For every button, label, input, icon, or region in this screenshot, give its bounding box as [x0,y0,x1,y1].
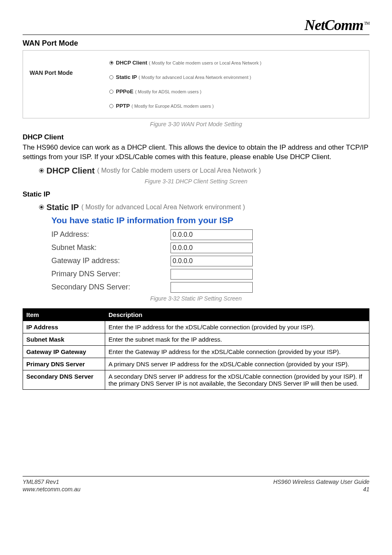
gateway-value: 0.0.0.0 [173,257,193,265]
footer-page-number: 41 [273,486,369,493]
gateway-row: Gateway IP address: 0.0.0.0 [51,256,369,266]
cell-desc: A secondary DNS server IP address for th… [105,370,369,389]
header-divider [23,35,369,35]
static-ip-heading: Static IP [23,190,369,199]
static-ip-form: You have static IP information from your… [51,215,369,293]
wan-option-label: DHCP Client [116,60,147,66]
table-row: Primary DNS Server A primary DNS server … [23,358,369,370]
ip-address-row: IP Address: 0.0.0.0 [51,229,369,240]
dhcp-client-radio-line[interactable]: DHCP Client ( Mostly for Cable modem use… [39,166,369,176]
cell-item: IP Address [23,321,105,333]
wan-option-hint: ( Mostly for ADSL modem users ) [135,89,202,94]
radio-icon [109,90,113,94]
radio-icon [109,104,113,108]
wan-port-mode-box: WAN Port Mode DHCP Client ( Mostly for C… [23,50,369,118]
wan-port-mode-heading: WAN Port Mode [23,39,369,48]
table-row: IP Address Enter the IP address for the … [23,321,369,333]
gateway-input[interactable]: 0.0.0.0 [171,256,253,266]
figure-3-30-caption: Figure 3-30 WAN Port Mode Setting [23,121,369,127]
dhcp-client-heading: DHCP Client [23,133,369,141]
ip-address-label: IP Address: [51,230,171,239]
static-line-hint: ( Mostly for advanced Local Area Network… [81,204,245,211]
primary-dns-label: Primary DNS Server: [51,270,171,278]
secondary-dns-label: Secondary DNS Server: [51,283,171,291]
ip-address-input[interactable]: 0.0.0.0 [171,229,253,240]
radio-icon [109,61,113,65]
table-header-description: Description [105,308,369,321]
footer-url: www.netcomm.com.au [23,486,81,493]
radio-icon [109,75,113,79]
subnet-mask-row: Subnet Mask: 0.0.0.0 [51,243,369,253]
primary-dns-row: Primary DNS Server: [51,269,369,280]
wan-option-label: Static IP [116,74,137,80]
cell-desc: Enter the subnet mask for the IP address… [105,333,369,345]
logo-tm: TM [364,21,369,25]
wan-option-static[interactable]: Static IP ( Mostly for advanced Local Ar… [109,70,365,84]
wan-option-hint: ( Mostly for advanced Local Area Network… [138,75,251,80]
figure-3-32-caption: Figure 3-32 Static IP Setting Screen [23,295,369,302]
table-row: Gateway IP Gateway Enter the Gateway IP … [23,345,369,358]
wan-option-pppoe[interactable]: PPPoE ( Mostly for ADSL modem users ) [109,84,365,99]
dhcp-client-body: The HS960 device can work as a DHCP clie… [23,143,369,162]
ip-address-value: 0.0.0.0 [173,231,193,238]
wan-option-label: PPTP [116,103,130,109]
wan-option-hint: ( Mostly for Europe ADSL modem users ) [131,104,214,109]
wan-option-pptp[interactable]: PPTP ( Mostly for Europe ADSL modem user… [109,99,365,113]
subnet-mask-input[interactable]: 0.0.0.0 [171,243,253,253]
table-header-item: Item [23,308,105,321]
subnet-mask-value: 0.0.0.0 [173,244,193,252]
table-row: Secondary DNS Server A secondary DNS ser… [23,370,369,389]
wan-option-hint: ( Mostly for Cable modem users or Local … [149,60,261,65]
static-ip-description-table: Item Description IP Address Enter the IP… [23,308,369,390]
wan-options: DHCP Client ( Mostly for Cable modem use… [105,51,369,118]
footer-rev: YML857 Rev1 [23,478,81,486]
cell-item: Primary DNS Server [23,358,105,370]
wan-left-label: WAN Port Mode [23,51,105,118]
page-footer: YML857 Rev1 www.netcomm.com.au HS960 Wir… [23,476,369,493]
figure-3-31-caption: Figure 3-31 DHCP Client Setting Screen [23,178,369,185]
radio-icon [39,168,44,173]
dhcp-line-hint: ( Mostly for Cable modem users or Local … [97,167,261,174]
cell-desc: A primary DNS server IP address for the … [105,358,369,370]
static-line-label: Static IP [46,203,79,212]
dhcp-line-label: DHCP Client [46,166,95,176]
cell-item: Subnet Mask [23,333,105,345]
static-ip-radio-line[interactable]: Static IP ( Mostly for advanced Local Ar… [39,203,369,212]
primary-dns-input[interactable] [171,269,253,280]
logo: NetCommTM [304,16,369,34]
cell-item: Secondary DNS Server [23,370,105,389]
logo-text: NetComm [304,17,363,33]
secondary-dns-row: Secondary DNS Server: [51,282,369,293]
static-form-title: You have static IP information from your… [51,215,369,225]
radio-icon [39,205,44,210]
cell-item: Gateway IP Gateway [23,345,105,358]
cell-desc: Enter the Gateway IP address for the xDS… [105,345,369,358]
cell-desc: Enter the IP address for the xDSL/Cable … [105,321,369,333]
footer-divider [23,476,369,476]
wan-option-label: PPPoE [116,88,134,95]
table-row: Subnet Mask Enter the subnet mask for th… [23,333,369,345]
secondary-dns-input[interactable] [171,282,253,293]
gateway-label: Gateway IP address: [51,257,171,265]
footer-title: HS960 Wireless Gateway User Guide [273,478,369,486]
wan-option-dhcp[interactable]: DHCP Client ( Mostly for Cable modem use… [109,56,365,70]
subnet-mask-label: Subnet Mask: [51,243,171,252]
